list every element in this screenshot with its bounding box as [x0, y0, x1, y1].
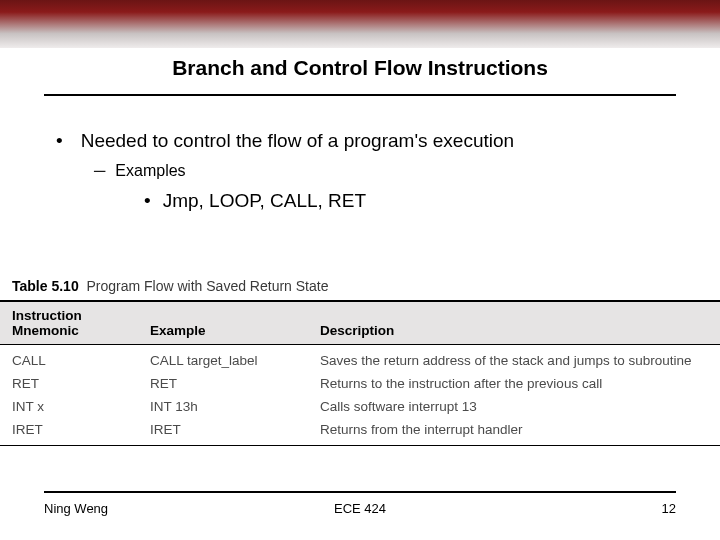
- cell-example: RET: [138, 372, 308, 395]
- table-row: CALL CALL target_label Saves the return …: [0, 345, 720, 373]
- footer-author: Ning Weng: [44, 501, 255, 516]
- cell-desc: Saves the return address of the stack an…: [308, 345, 720, 373]
- bullet-level1: • Needed to control the flow of a progra…: [50, 130, 670, 152]
- table-number: Table 5.10: [12, 278, 79, 294]
- th-example: Example: [138, 301, 308, 345]
- footer-course: ECE 424: [255, 501, 466, 516]
- bullet-level3: • Jmp, LOOP, CALL, RET: [144, 190, 670, 212]
- bullet-level2: ─ Examples: [94, 162, 670, 180]
- footer: Ning Weng ECE 424 12: [0, 491, 720, 516]
- table-caption-text: Program Flow with Saved Return State: [86, 278, 328, 294]
- th-description: Description: [308, 301, 720, 345]
- bullet2-text: Examples: [115, 162, 185, 180]
- header-gradient: [0, 0, 720, 48]
- cell-example: IRET: [138, 418, 308, 446]
- cell-desc: Returns to the instruction after the pre…: [308, 372, 720, 395]
- cell-mnemonic: IRET: [0, 418, 138, 446]
- cell-desc: Returns from the interrupt handler: [308, 418, 720, 446]
- cell-mnemonic: CALL: [0, 345, 138, 373]
- table-row: RET RET Returns to the instruction after…: [0, 372, 720, 395]
- table-figure: Table 5.10 Program Flow with Saved Retur…: [0, 272, 720, 446]
- table-row: IRET IRET Returns from the interrupt han…: [0, 418, 720, 446]
- footer-page: 12: [465, 501, 676, 516]
- cell-mnemonic: INT x: [0, 395, 138, 418]
- th-mnemonic: Instruction Mnemonic: [0, 301, 138, 345]
- table-caption: Table 5.10 Program Flow with Saved Retur…: [0, 272, 720, 300]
- cell-desc: Calls software interrupt 13: [308, 395, 720, 418]
- instruction-table: Instruction Mnemonic Example Description…: [0, 300, 720, 446]
- bullet-dot3: •: [144, 190, 163, 212]
- cell-example: INT 13h: [138, 395, 308, 418]
- bullet-dash: ─: [94, 162, 115, 180]
- bullet3-text: Jmp, LOOP, CALL, RET: [163, 190, 366, 212]
- bullet1-text: Needed to control the flow of a program'…: [81, 130, 514, 152]
- content-area: • Needed to control the flow of a progra…: [0, 96, 720, 212]
- bullet-dot: •: [50, 130, 81, 152]
- cell-mnemonic: RET: [0, 372, 138, 395]
- cell-example: CALL target_label: [138, 345, 308, 373]
- footer-line: [44, 491, 676, 493]
- slide-title: Branch and Control Flow Instructions: [0, 56, 720, 80]
- table-row: INT x INT 13h Calls software interrupt 1…: [0, 395, 720, 418]
